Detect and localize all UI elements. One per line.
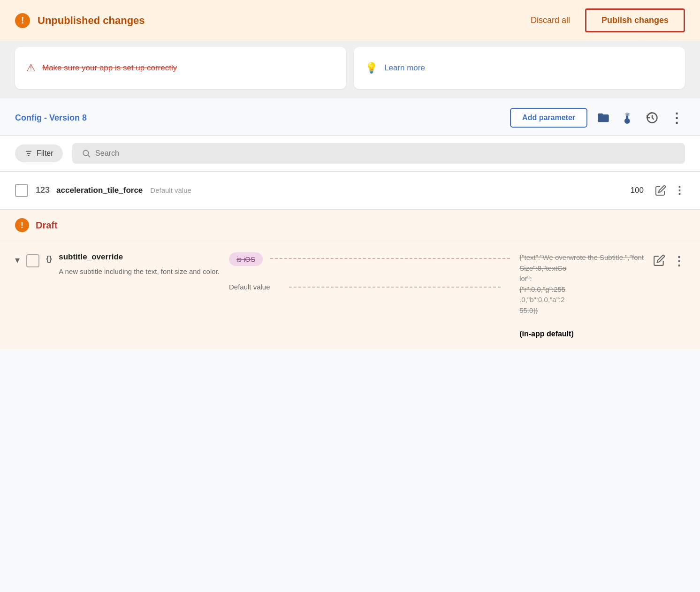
search-bar bbox=[72, 143, 685, 164]
filter-label: Filter bbox=[37, 149, 53, 158]
folder-icon bbox=[597, 111, 610, 124]
draft-conditions: is iOS Default value bbox=[229, 252, 510, 291]
filter-icon bbox=[24, 149, 33, 158]
param-name: acceleration_tile_force bbox=[56, 186, 143, 195]
history-button[interactable] bbox=[644, 109, 661, 126]
draft-title: Draft bbox=[36, 220, 58, 231]
warning-icon: ! bbox=[15, 13, 30, 28]
toolbar-icons: ⋮ bbox=[595, 108, 685, 128]
edit-icon[interactable] bbox=[655, 185, 666, 196]
unpublished-banner: ! Unpublished changes Discard all Publis… bbox=[0, 0, 700, 41]
draft-section: ! Draft ▾ {} subtitle_override A new sub… bbox=[0, 209, 700, 349]
learn-more-link[interactable]: Learn more bbox=[384, 63, 425, 73]
history-icon bbox=[646, 111, 659, 124]
condition-row: is iOS bbox=[229, 252, 510, 266]
draft-default-value: (in-app default) bbox=[519, 330, 644, 338]
draft-warning-icon: ! bbox=[15, 218, 29, 232]
draft-edit-icon[interactable] bbox=[653, 254, 665, 266]
draft-name-desc: subtitle_override A new subtitle includi… bbox=[59, 252, 220, 277]
default-value-bold: (in-app default) bbox=[519, 330, 574, 338]
draft-type-icon: {} bbox=[46, 254, 52, 264]
more-dots-icon: ⋮ bbox=[670, 110, 683, 126]
bulb-icon: 💡 bbox=[365, 62, 378, 74]
card-warning-icon: ⚠ bbox=[26, 62, 36, 74]
config-header: Config - Version 8 Add parameter ⋮ bbox=[0, 99, 700, 135]
default-value-row: Default value bbox=[229, 283, 510, 291]
draft-action-icons: ⋮ bbox=[653, 254, 685, 269]
condition-tag: is iOS bbox=[229, 252, 263, 266]
main-table: 123 acceleration_tile_force Default valu… bbox=[0, 171, 700, 209]
cards-row: ⚠ Make sure your app is set up correctly… bbox=[0, 41, 700, 99]
svg-point-0 bbox=[625, 120, 629, 123]
draft-param-name: subtitle_override bbox=[59, 252, 220, 262]
warning-card-text: Make sure your app is set up correctly bbox=[42, 63, 177, 73]
draft-row-checkbox[interactable] bbox=[26, 254, 39, 267]
publish-changes-button[interactable]: Publish changes bbox=[585, 8, 685, 32]
condition-dashes bbox=[270, 258, 510, 259]
banner-title: Unpublished changes bbox=[38, 15, 521, 27]
draft-more-icon[interactable]: ⋮ bbox=[673, 254, 685, 269]
table-row: 123 acceleration_tile_force Default valu… bbox=[0, 172, 700, 209]
type-icon-123: 123 bbox=[36, 185, 50, 195]
draft-header: ! Draft bbox=[0, 210, 700, 241]
svg-line-6 bbox=[88, 155, 90, 157]
default-label: Default value bbox=[229, 283, 270, 291]
row-more-icon[interactable]: ⋮ bbox=[674, 184, 685, 197]
filter-search-row: Filter bbox=[0, 135, 700, 171]
draft-chevron-icon[interactable]: ▾ bbox=[15, 254, 20, 266]
draft-value-strikethrough: {"text":"We overwrote the Subtitle.","fo… bbox=[519, 252, 644, 316]
info-card: 💡 Learn more bbox=[354, 47, 685, 89]
discard-all-button[interactable]: Discard all bbox=[521, 12, 579, 29]
search-input[interactable] bbox=[95, 149, 676, 158]
draft-value-col: {"text":"We overwrote the Subtitle.","fo… bbox=[519, 252, 644, 338]
more-options-button[interactable]: ⋮ bbox=[668, 108, 685, 128]
draft-row: ▾ {} subtitle_override A new subtitle in… bbox=[0, 241, 700, 349]
folder-button[interactable] bbox=[595, 109, 612, 126]
default-value-dashes bbox=[289, 287, 501, 288]
row-checkbox[interactable] bbox=[15, 184, 28, 197]
flask-button[interactable] bbox=[619, 109, 636, 126]
add-parameter-button[interactable]: Add parameter bbox=[510, 108, 587, 128]
filter-button[interactable]: Filter bbox=[15, 144, 63, 162]
config-version-title: Config - Version 8 bbox=[15, 113, 510, 123]
warning-card: ⚠ Make sure your app is set up correctly bbox=[15, 47, 346, 89]
draft-param-desc: A new subtitle including the text, font … bbox=[59, 266, 220, 277]
param-value: 100 bbox=[606, 186, 644, 195]
flask-icon bbox=[621, 111, 634, 124]
search-icon bbox=[82, 149, 91, 158]
param-label: Default value bbox=[150, 186, 606, 194]
svg-point-5 bbox=[83, 150, 88, 155]
